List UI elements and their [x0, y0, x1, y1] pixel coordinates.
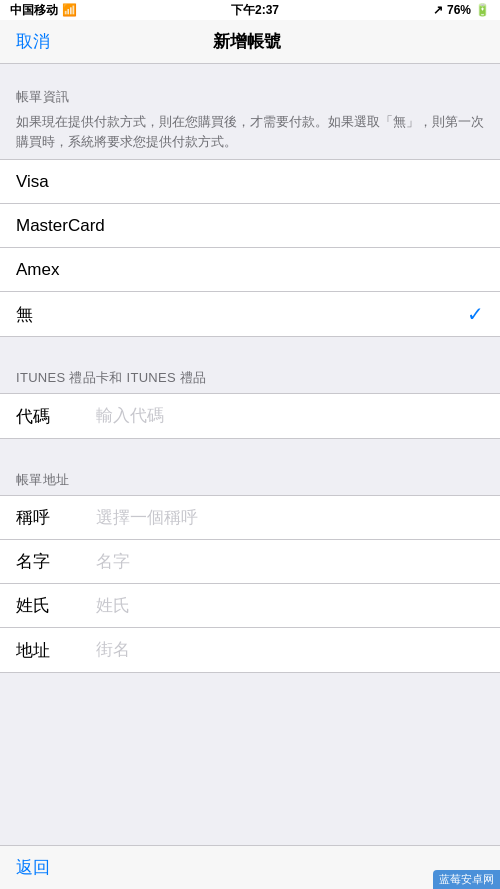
- itunes-group: 代碼: [0, 393, 500, 439]
- status-right: ↗ 76% 🔋: [433, 3, 490, 17]
- bottom-bar: 返回: [0, 845, 500, 889]
- billing-section-desc: 如果現在提供付款方式，則在您購買後，才需要付款。如果選取「無」，則第一次購買時，…: [0, 112, 500, 159]
- salutation-input[interactable]: [96, 508, 484, 528]
- wifi-icon: 📶: [62, 3, 77, 17]
- location-icon: ↗: [433, 3, 443, 17]
- lastname-input[interactable]: [96, 596, 484, 616]
- code-label: 代碼: [16, 405, 96, 428]
- firstname-label: 名字: [16, 550, 96, 573]
- battery-icon: 🔋: [475, 3, 490, 17]
- payment-option-none[interactable]: 無 ✓: [0, 292, 500, 336]
- firstname-input[interactable]: [96, 552, 484, 572]
- payment-option-visa[interactable]: Visa: [0, 160, 500, 204]
- status-left: 中国移动 📶: [10, 2, 77, 19]
- status-bar: 中国移动 📶 下午2:37 ↗ 76% 🔋: [0, 0, 500, 20]
- address-section: 帳單地址: [0, 455, 500, 495]
- billing-section: 帳單資訊 如果現在提供付款方式，則在您購買後，才需要付款。如果選取「無」，則第一…: [0, 80, 500, 159]
- salutation-label: 稱呼: [16, 506, 96, 529]
- address-input[interactable]: [96, 640, 484, 660]
- address-group: 稱呼 名字 姓氏 地址: [0, 495, 500, 673]
- payment-options-group: Visa MasterCard Amex 無 ✓: [0, 159, 500, 337]
- code-row[interactable]: 代碼: [0, 394, 500, 438]
- checkmark-icon: ✓: [467, 302, 484, 326]
- salutation-row[interactable]: 稱呼: [0, 496, 500, 540]
- payment-mastercard-label: MasterCard: [16, 216, 484, 236]
- itunes-section-header: ITUNES 禮品卡和 ITUNES 禮品: [0, 353, 500, 393]
- cancel-button[interactable]: 取消: [16, 30, 50, 53]
- back-button[interactable]: 返回: [16, 856, 50, 879]
- payment-option-mastercard[interactable]: MasterCard: [0, 204, 500, 248]
- nav-bar: 取消 新增帳號: [0, 20, 500, 64]
- payment-option-amex[interactable]: Amex: [0, 248, 500, 292]
- firstname-row[interactable]: 名字: [0, 540, 500, 584]
- status-time: 下午2:37: [231, 2, 279, 19]
- watermark: 蓝莓安卓网: [433, 870, 500, 889]
- lastname-label: 姓氏: [16, 594, 96, 617]
- address-row[interactable]: 地址: [0, 628, 500, 672]
- address-label: 地址: [16, 639, 96, 662]
- payment-amex-label: Amex: [16, 260, 484, 280]
- carrier-label: 中国移动: [10, 2, 58, 19]
- page-title: 新增帳號: [213, 30, 281, 53]
- payment-none-label: 無: [16, 303, 467, 326]
- billing-section-header: 帳單資訊: [0, 80, 500, 112]
- payment-visa-label: Visa: [16, 172, 484, 192]
- code-input[interactable]: [96, 406, 484, 426]
- lastname-row[interactable]: 姓氏: [0, 584, 500, 628]
- itunes-section: ITUNES 禮品卡和 ITUNES 禮品: [0, 353, 500, 393]
- address-section-header: 帳單地址: [0, 455, 500, 495]
- battery-label: 76%: [447, 3, 471, 17]
